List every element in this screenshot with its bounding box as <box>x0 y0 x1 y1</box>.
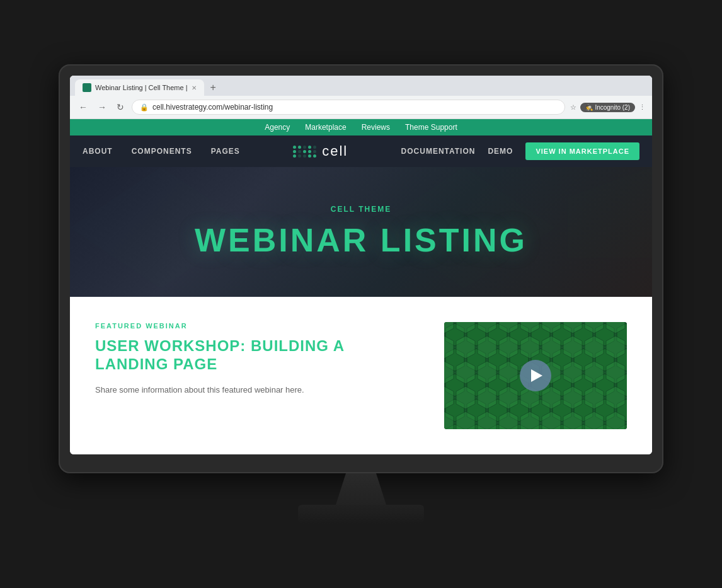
featured-label: FEATURED WEBINAR <box>95 322 419 330</box>
tab-favicon <box>83 83 91 92</box>
svg-marker-2 <box>567 167 652 258</box>
forward-button[interactable]: → <box>95 101 109 113</box>
browser-chrome: Webinar Listing | Cell Theme | ✕ + ← → ↻… <box>70 76 652 119</box>
incognito-label: Incognito (2) <box>595 104 630 111</box>
main-nav: ABOUT COMPONENTS PAGES <box>70 135 652 167</box>
logo-dot-3 <box>303 146 306 149</box>
logo-dot-10 <box>313 150 316 153</box>
tab-title: Webinar Listing | Cell Theme | <box>95 84 188 91</box>
logo-dot-1 <box>293 146 296 149</box>
video-thumbnail[interactable] <box>444 322 627 429</box>
monitor-screen: Webinar Listing | Cell Theme | ✕ + ← → ↻… <box>70 76 652 454</box>
stand-neck <box>336 473 386 505</box>
stand-base <box>298 505 424 524</box>
logo-text: cell <box>322 143 348 159</box>
logo-dot-8 <box>303 150 306 153</box>
back-button[interactable]: ← <box>76 101 90 113</box>
nav-links-right: DOCUMENTATION DEMO VIEW IN MARKETPLACE <box>401 137 639 166</box>
reload-button[interactable]: ↻ <box>114 101 127 113</box>
top-bar-marketplace[interactable]: Marketplace <box>305 123 346 132</box>
marketplace-button[interactable]: VIEW IN MARKETPLACE <box>525 142 639 160</box>
logo-dot-11 <box>293 154 296 158</box>
logo-dots <box>293 146 317 158</box>
monitor-body: Webinar Listing | Cell Theme | ✕ + ← → ↻… <box>59 64 663 473</box>
content-right <box>444 322 627 429</box>
incognito-badge: 🕵 Incognito (2) <box>580 103 635 112</box>
play-icon <box>531 369 542 382</box>
webinar-description: Share some information about this featur… <box>95 384 419 397</box>
logo-dot-9 <box>308 150 311 153</box>
browser-actions: ☆ 🕵 Incognito (2) ⋮ <box>570 103 646 112</box>
hero-bg-shapes <box>70 167 652 289</box>
content-section: FEATURED WEBINAR USER WORKSHOP: BUILDING… <box>70 297 652 454</box>
nav-about[interactable]: ABOUT <box>83 137 113 166</box>
logo-dot-7 <box>298 150 301 153</box>
hero-section: CELL THEME WEBINAR LISTING <box>70 167 652 297</box>
logo-dot-4 <box>308 146 311 149</box>
top-bar-reviews[interactable]: Reviews <box>362 123 390 132</box>
play-button[interactable] <box>520 360 551 391</box>
logo-dot-2 <box>298 146 301 149</box>
logo-dot-13 <box>303 154 306 158</box>
address-bar[interactable]: 🔒 cell.hivestrategy.com/webinar-listing <box>132 100 565 115</box>
monitor-stand <box>298 473 424 524</box>
star-icon[interactable]: ☆ <box>570 103 576 112</box>
webinar-title: USER WORKSHOP: BUILDING A LANDING PAGE <box>95 337 419 374</box>
menu-icon[interactable]: ⋮ <box>639 103 646 112</box>
content-left: FEATURED WEBINAR USER WORKSHOP: BUILDING… <box>95 322 419 396</box>
top-bar-agency[interactable]: Agency <box>265 123 290 132</box>
browser-tab-bar: Webinar Listing | Cell Theme | ✕ + <box>70 76 652 96</box>
svg-marker-0 <box>70 167 252 289</box>
logo-dot-6 <box>293 150 296 153</box>
logo-dot-14 <box>308 154 311 158</box>
nav-pages[interactable]: PAGES <box>211 137 240 166</box>
website-content: Agency Marketplace Reviews Theme Support… <box>70 119 652 454</box>
lock-icon: 🔒 <box>140 103 149 112</box>
tab-close-icon[interactable]: ✕ <box>192 84 197 91</box>
logo-area[interactable]: cell <box>293 135 348 167</box>
new-tab-button[interactable]: + <box>207 82 220 93</box>
incognito-icon: 🕵 <box>585 104 593 111</box>
logo-dot-12 <box>298 154 301 158</box>
url-text: cell.hivestrategy.com/webinar-listing <box>152 103 273 112</box>
nav-documentation[interactable]: DOCUMENTATION <box>401 137 476 166</box>
top-bar-theme-support[interactable]: Theme Support <box>405 123 457 132</box>
nav-demo[interactable]: DEMO <box>488 137 513 166</box>
browser-toolbar: ← → ↻ 🔒 cell.hivestrategy.com/webinar-li… <box>70 96 652 118</box>
logo-dot-5 <box>313 146 316 149</box>
logo-dot-15 <box>313 154 316 158</box>
top-bar: Agency Marketplace Reviews Theme Support <box>70 119 652 135</box>
monitor-wrapper: Webinar Listing | Cell Theme | ✕ + ← → ↻… <box>46 64 676 524</box>
svg-marker-1 <box>373 167 555 289</box>
browser-tab[interactable]: Webinar Listing | Cell Theme | ✕ <box>75 79 204 96</box>
nav-links-left: ABOUT COMPONENTS PAGES <box>83 137 240 166</box>
nav-components[interactable]: COMPONENTS <box>132 137 192 166</box>
